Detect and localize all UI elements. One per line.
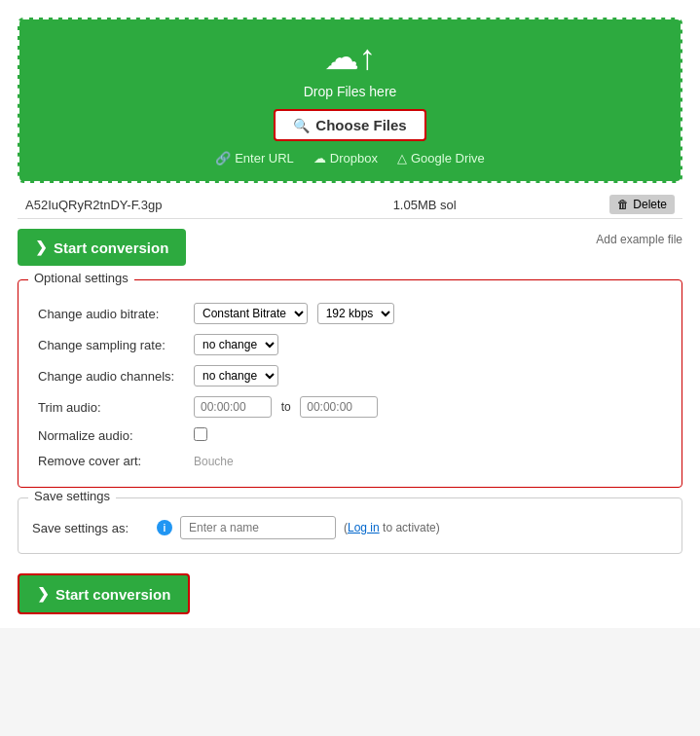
start-conversion-label-top: Start conversion xyxy=(54,239,168,256)
dropbox-link[interactable]: ☁ Dropbox xyxy=(313,151,378,166)
start-conversion-button-bottom[interactable]: ❯ Start conversion xyxy=(18,573,190,614)
file-name: A52IuQRyR2tnDY-F.3gp xyxy=(25,198,239,212)
remove-cover-label: Remove cover art: xyxy=(32,449,188,473)
channels-select[interactable]: no change mono stereo xyxy=(194,365,278,386)
normalize-checkbox[interactable] xyxy=(194,427,207,441)
bitrate-value-select[interactable]: 192 kbps 128 kbps 256 kbps 320 kbps xyxy=(317,303,394,324)
normalize-controls xyxy=(188,423,668,449)
dropbox-icon: ☁ xyxy=(313,151,326,166)
add-example-text[interactable]: Add example file xyxy=(596,233,682,246)
choose-files-button[interactable]: 🔍 Choose Files xyxy=(274,109,425,141)
bottom-toolbar: ❯ Start conversion xyxy=(10,564,690,618)
upload-icon: ☁↑ xyxy=(29,37,671,78)
choose-files-label: Choose Files xyxy=(315,117,406,133)
login-note: (Log in to activate) xyxy=(344,521,440,534)
trim-to-input[interactable] xyxy=(300,396,378,418)
normalize-row: Normalize audio: xyxy=(32,423,668,449)
page: ☁↑ Drop Files here 🔍 Choose Files 🔗 Ente… xyxy=(0,0,700,628)
trim-controls: to xyxy=(188,391,668,423)
login-note-text: to activate) xyxy=(383,521,440,534)
file-row: A52IuQRyR2tnDY-F.3gp 1.05MB sol 🗑 Delete xyxy=(18,191,682,219)
file-size: 1.05MB sol xyxy=(239,198,609,212)
chevron-icon-top: ❯ xyxy=(35,239,48,256)
bitrate-label: Change audio bitrate: xyxy=(32,298,188,329)
sampling-label: Change sampling rate: xyxy=(32,329,188,360)
drop-links: 🔗 Enter URL ☁ Dropbox △ Google Drive xyxy=(29,151,671,166)
bitrate-controls: Constant Bitrate Variable Bitrate 192 kb… xyxy=(188,298,668,329)
login-link[interactable]: Log in xyxy=(348,521,380,534)
link-icon: 🔗 xyxy=(215,151,231,166)
info-icon[interactable]: i xyxy=(157,520,172,535)
drop-zone[interactable]: ☁↑ Drop Files here 🔍 Choose Files 🔗 Ente… xyxy=(18,18,682,183)
toolbar-row: ❯ Start conversion Add example file xyxy=(10,219,690,270)
chevron-icon-bottom: ❯ xyxy=(37,585,50,603)
delete-button[interactable]: 🗑 Delete xyxy=(609,195,675,214)
bouche-text: Bouche xyxy=(194,455,234,468)
drop-text: Drop Files here xyxy=(29,84,671,99)
sampling-select[interactable]: no change 8000 Hz 11025 Hz 16000 Hz 2205… xyxy=(194,334,278,355)
remove-cover-value: Bouche xyxy=(188,449,668,473)
start-conversion-button-top[interactable]: ❯ Start conversion xyxy=(18,229,186,266)
save-settings-panel: Save settings Save settings as: i (Log i… xyxy=(18,497,682,554)
google-drive-link[interactable]: △ Google Drive xyxy=(397,151,485,166)
sampling-controls: no change 8000 Hz 11025 Hz 16000 Hz 2205… xyxy=(188,329,668,360)
normalize-label: Normalize audio: xyxy=(32,423,188,449)
save-row: Save settings as: i (Log in to activate) xyxy=(32,516,668,539)
save-name-input[interactable] xyxy=(180,516,336,539)
trim-label: Trim audio: xyxy=(32,391,188,423)
channels-controls: no change mono stereo xyxy=(188,360,668,391)
to-label: to xyxy=(281,400,291,414)
channels-row: Change audio channels: no change mono st… xyxy=(32,360,668,391)
save-as-label: Save settings as: xyxy=(32,521,149,535)
remove-cover-row: Remove cover art: Bouche xyxy=(32,449,668,473)
optional-settings-panel: Optional settings Change audio bitrate: … xyxy=(18,279,682,488)
bitrate-row: Change audio bitrate: Constant Bitrate V… xyxy=(32,298,668,329)
settings-table: Change audio bitrate: Constant Bitrate V… xyxy=(32,298,668,473)
optional-settings-legend: Optional settings xyxy=(28,271,134,285)
start-conversion-label-bottom: Start conversion xyxy=(55,586,170,603)
trim-from-input[interactable] xyxy=(194,396,272,418)
google-drive-icon: △ xyxy=(397,151,407,166)
search-icon: 🔍 xyxy=(293,118,310,133)
enter-url-link[interactable]: 🔗 Enter URL xyxy=(215,151,294,166)
channels-label: Change audio channels: xyxy=(32,360,188,391)
sampling-row: Change sampling rate: no change 8000 Hz … xyxy=(32,329,668,360)
trash-icon: 🗑 xyxy=(617,198,629,211)
bitrate-type-select[interactable]: Constant Bitrate Variable Bitrate xyxy=(194,303,308,324)
save-settings-legend: Save settings xyxy=(28,489,116,503)
trim-row: Trim audio: to xyxy=(32,391,668,423)
